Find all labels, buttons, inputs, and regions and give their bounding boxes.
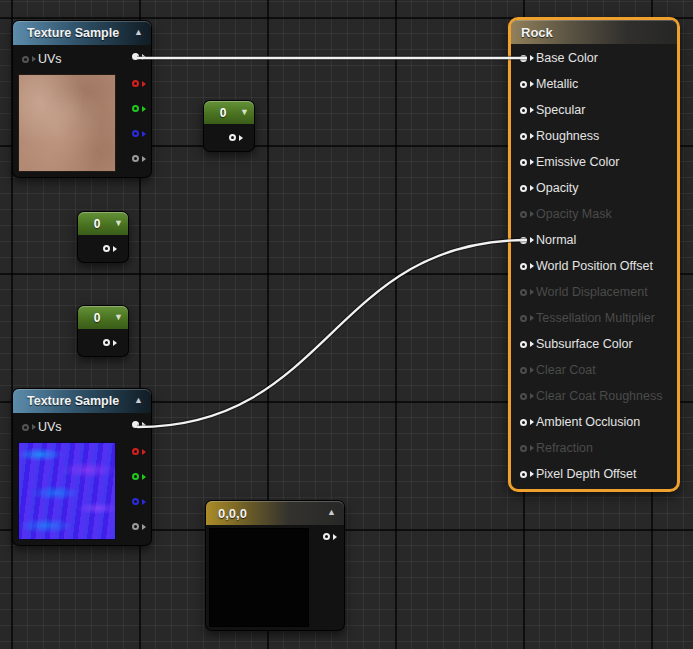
node-texture-sample-1[interactable]: Texture Sample ▲ UVs [12,20,152,178]
input-pin-icon[interactable] [520,81,527,88]
input-pin-icon[interactable] [520,393,527,400]
constant-value: 0 [220,106,239,120]
b-output-pin[interactable] [132,498,139,505]
constant-value: 0 [94,217,113,231]
rock-pin-refraction[interactable]: Refraction [511,435,677,461]
input-pin-icon[interactable] [520,341,527,348]
input-pin-icon[interactable] [520,315,527,322]
node-title: Texture Sample [13,394,119,408]
rock-pin-subsurface-color[interactable]: Subsurface Color [511,331,677,357]
rock-pin-ambient-occlusion[interactable]: Ambient Occlusion [511,409,677,435]
node-header[interactable]: 0 ▼ [78,212,128,235]
rock-pin-tessellation-multiplier[interactable]: Tessellation Multiplier [511,305,677,331]
r-output-pin[interactable] [132,448,139,455]
rock-pin-metallic[interactable]: Metallic [511,71,677,97]
input-pin-icon[interactable] [520,471,527,478]
node-constant-2[interactable]: 0 ▼ [77,211,129,263]
input-pin-icon[interactable] [520,445,527,452]
collapse-arrow-icon[interactable]: ▲ [134,396,143,405]
rock-pin-list: Base Color Metallic Specular Roughness E… [511,44,677,487]
uvs-label: UVs [38,52,62,66]
constant-output-pin[interactable] [103,245,110,252]
rgb-output-pin[interactable] [132,53,139,60]
rock-pin-pixel-depth-offset[interactable]: Pixel Depth Offset [511,461,677,487]
uvs-input-pin-icon[interactable] [22,56,29,63]
rock-pin-base-color[interactable]: Base Color [511,45,677,71]
input-pin-icon[interactable] [520,133,527,140]
dropdown-arrow-icon[interactable]: ▼ [240,108,249,117]
wire-normal-shadow [137,240,527,427]
node-title: Texture Sample [13,26,119,40]
vector-output-pin[interactable] [323,533,330,540]
input-pin-icon[interactable] [520,185,527,192]
rock-pin-clear-coat-roughness[interactable]: Clear Coat Roughness [511,383,677,409]
input-pin-icon[interactable] [520,367,527,374]
input-pin-icon[interactable] [520,211,527,218]
rock-pin-roughness[interactable]: Roughness [511,123,677,149]
a-output-pin[interactable] [132,523,139,530]
g-output-pin[interactable] [132,105,139,112]
node-header[interactable]: Texture Sample ▲ [13,21,151,45]
rock-pin-emissive-color[interactable]: Emissive Color [511,149,677,175]
node-constant-3[interactable]: 0 ▼ [77,305,129,357]
b-output-pin[interactable] [132,130,139,137]
node-constant3vector[interactable]: 0,0,0 ▲ [205,500,345,631]
dropdown-arrow-icon[interactable]: ▼ [114,313,123,322]
texture-preview [18,442,116,540]
node-title: 0,0,0 [206,506,247,521]
rgb-output-pin[interactable] [132,421,139,428]
rock-pin-clear-coat[interactable]: Clear Coat [511,357,677,383]
color-preview [209,528,309,627]
input-pin-icon[interactable] [520,107,527,114]
rock-pin-normal[interactable]: Normal [511,227,677,253]
rock-pin-opacity-mask[interactable]: Opacity Mask [511,201,677,227]
uvs-input-row: UVs [13,413,62,441]
a-output-pin[interactable] [132,155,139,162]
node-constant-1[interactable]: 0 ▼ [203,100,255,152]
graph-canvas[interactable]: Texture Sample ▲ UVs 0 ▼ 0 ▼ 0 ▼ [0,0,693,649]
dropdown-arrow-icon[interactable]: ▼ [114,219,123,228]
input-pin-icon[interactable] [520,419,527,426]
node-header[interactable]: 0 ▼ [204,101,254,124]
uvs-input-pin-icon[interactable] [22,424,29,431]
collapse-arrow-icon[interactable]: ▲ [134,28,143,37]
texture-preview [18,74,116,172]
rock-pin-opacity[interactable]: Opacity [511,175,677,201]
collapse-arrow-icon[interactable]: ▲ [327,508,336,517]
rock-pin-specular[interactable]: Specular [511,97,677,123]
wire-normal[interactable] [137,240,527,427]
node-header[interactable]: Texture Sample ▲ [13,389,151,413]
node-header[interactable]: Rock [511,20,677,44]
g-output-pin[interactable] [132,473,139,480]
node-header[interactable]: 0,0,0 ▲ [206,501,344,525]
node-rock-material-result[interactable]: Rock Base Color Metallic Specular Roughn… [508,17,680,492]
rock-pin-world-displacement[interactable]: World Displacement [511,279,677,305]
input-pin-icon[interactable] [520,159,527,166]
input-pin-icon[interactable] [520,289,527,296]
r-output-pin[interactable] [132,80,139,87]
uvs-label: UVs [38,420,62,434]
constant-output-pin[interactable] [229,134,236,141]
node-header[interactable]: 0 ▼ [78,306,128,329]
input-pin-icon[interactable] [520,55,527,62]
input-pin-icon[interactable] [520,237,527,244]
constant-output-pin[interactable] [103,339,110,346]
rock-pin-world-position-offset[interactable]: World Position Offset [511,253,677,279]
node-title: Rock [511,25,553,40]
input-pin-icon[interactable] [520,263,527,270]
constant-value: 0 [94,311,113,325]
uvs-input-row: UVs [13,45,62,73]
node-texture-sample-2[interactable]: Texture Sample ▲ UVs [12,388,152,546]
